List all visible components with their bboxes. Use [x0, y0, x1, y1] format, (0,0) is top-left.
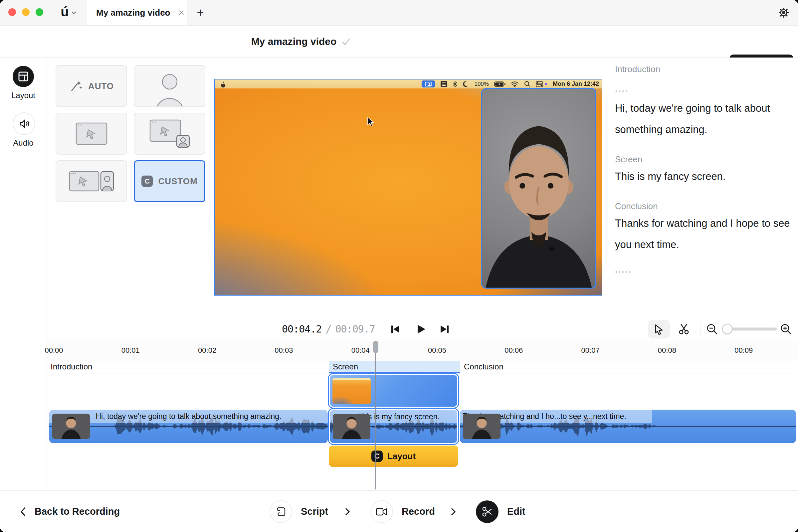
script-section-text[interactable]: Thanks for watching and I hope to see yo… [615, 213, 795, 255]
step-edit[interactable]: Edit [476, 491, 525, 532]
script-section-text[interactable]: Hi, today we're going to talk about some… [615, 98, 795, 140]
segment-introduction[interactable]: Introduction [47, 361, 328, 374]
spotlight-icon [524, 81, 530, 87]
rail-item-audio[interactable] [13, 112, 35, 135]
rail-item-layout[interactable] [13, 66, 34, 87]
segment-conclusion[interactable]: Conclusion [460, 361, 798, 374]
skip-end-icon [440, 324, 450, 334]
ruler-tick: 00:05 [428, 346, 446, 355]
traffic-close-button[interactable] [8, 8, 16, 16]
timeline-zoom-slider[interactable] [723, 327, 777, 330]
screen-window-icon [75, 122, 108, 145]
document-title[interactable]: My amazing video [251, 36, 337, 47]
cut-tool-button[interactable] [675, 320, 693, 339]
tab-bar: ú My amazing video + [0, 0, 798, 25]
audio-clip-introduction[interactable]: Hi, today we're going to talk about some… [49, 410, 328, 443]
app-logo-icon: ú [60, 5, 69, 18]
rail-label-layout[interactable]: Layout [0, 91, 47, 100]
menubar-clock: Mon 6 Jan 12:42 [553, 80, 599, 88]
layout-icon [17, 71, 29, 82]
skip-to-start-button[interactable] [388, 322, 402, 336]
battery-icon [494, 81, 506, 87]
skip-start-icon [391, 324, 400, 334]
wifi-icon [511, 81, 519, 87]
zoom-out-button[interactable] [705, 322, 720, 337]
ruler-tick: 00:02 [198, 346, 216, 355]
custom-badge: C [141, 175, 153, 187]
timeline-tracks: Hi, today we're going to talk about some… [0, 374, 798, 491]
screen-camera-side-icon [69, 171, 114, 191]
timeline-left-divider [47, 317, 47, 491]
layout-option-screen-camera-side[interactable] [56, 160, 127, 202]
saved-check-icon [341, 37, 351, 46]
screen-video-clip[interactable] [329, 374, 458, 407]
layout-option-camera-only[interactable] [134, 65, 205, 107]
traffic-zoom-button[interactable] [36, 8, 43, 16]
skip-to-end-button[interactable] [438, 322, 452, 336]
rail-label-audio[interactable]: Audio [0, 138, 47, 148]
ruler-tick: 00:07 [581, 346, 600, 355]
current-time: 00:04.2 [282, 323, 322, 335]
video-preview[interactable]: 100% Mon [214, 79, 602, 296]
back-to-recording-button[interactable]: Back to Recording [20, 491, 120, 532]
scissors-icon [678, 323, 690, 335]
play-button[interactable] [414, 322, 428, 336]
magic-wand-icon [69, 79, 84, 93]
layout-option-screen-only[interactable] [56, 113, 127, 155]
chevron-down-icon [71, 11, 76, 14]
camera-overlay[interactable] [481, 88, 596, 289]
tab-my-amazing-video[interactable]: My amazing video [87, 0, 187, 25]
record-step-label: Record [402, 506, 435, 517]
camera-thumbnail [52, 414, 90, 439]
select-tool-button[interactable] [648, 320, 670, 339]
script-section-text[interactable]: This is my fancy screen. [615, 166, 795, 187]
bluetooth-icon [453, 81, 457, 88]
camera-thumbnail [463, 414, 501, 439]
script-section-heading: Introduction [615, 64, 795, 75]
layout-option-auto[interactable]: AUTO [56, 65, 127, 107]
gear-icon [777, 6, 790, 19]
timeline-ruler[interactable]: 00:0000:0100:0200:0300:0400:0500:0600:07… [47, 341, 798, 361]
tab-title: My amazing video [96, 8, 170, 18]
playhead-handle[interactable] [373, 341, 378, 353]
record-camera-icon [376, 507, 388, 516]
playhead-line[interactable] [375, 342, 376, 490]
layout-option-custom[interactable]: C CUSTOM [134, 160, 205, 202]
record-step-circle [370, 500, 393, 523]
preview-pane: 100% Mon [214, 58, 604, 317]
traffic-minimize-button[interactable] [22, 8, 30, 16]
focus-moon-icon [463, 81, 469, 87]
script-icon [275, 506, 287, 517]
zoom-in-button[interactable] [779, 322, 793, 337]
presenter-person [482, 92, 595, 289]
ruler-tick: 00:03 [274, 346, 293, 355]
script-panel: Introduction .... Hi, today we're going … [604, 58, 798, 317]
layout-option-screen-camera-corner[interactable] [134, 113, 205, 155]
step-script[interactable]: Script [270, 491, 328, 532]
battery-percent: 100% [474, 81, 489, 88]
settings-button[interactable] [769, 0, 798, 25]
segment-label: Conclusion [464, 362, 504, 372]
tab-close-icon[interactable] [178, 9, 185, 16]
app-menu-button[interactable]: ú [50, 0, 87, 25]
zoom-slider-knob[interactable] [722, 324, 732, 334]
back-label: Back to Recording [35, 506, 120, 517]
ruler-tick: 00:01 [122, 346, 140, 355]
segment-label: Introduction [51, 362, 92, 372]
new-tab-button[interactable]: + [192, 5, 208, 21]
ruler-tick: 00:06 [505, 346, 523, 355]
person-icon [150, 66, 190, 107]
camera-thumbnail [333, 414, 370, 439]
caption-text: Hi, today we're going to talk about some… [49, 410, 328, 423]
chevron-left-icon [20, 507, 26, 517]
step-record[interactable]: Record [370, 491, 435, 532]
timeline-segments: Introduction Screen Conclusion [47, 361, 798, 374]
auto-label: AUTO [88, 81, 114, 92]
audio-clip-conclusion[interactable]: Thanks...watching and I ho...to see y...… [460, 410, 796, 443]
edit-scissors-icon [482, 506, 492, 517]
script-section-heading: Screen [615, 154, 795, 165]
screen-share-menubar-icon [422, 80, 435, 88]
left-rail: Layout Audio [0, 58, 47, 317]
layout-clip[interactable]: C Layout [329, 445, 458, 467]
audio-clip-screen[interactable]: This is my fancy screen. [329, 409, 458, 444]
